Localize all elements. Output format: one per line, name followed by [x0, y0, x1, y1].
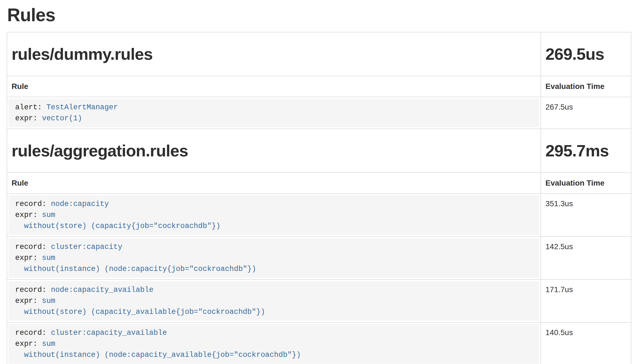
- rule-group-file-cell: rules/dummy.rules: [7, 32, 541, 76]
- rule-cell: alert: TestAlertManager expr: vector(1): [7, 97, 541, 129]
- rule-keyword: expr:: [15, 340, 37, 348]
- rule-group-file: rules/dummy.rules: [12, 45, 536, 64]
- rule-cell: record: node:capacity expr: sum without(…: [7, 194, 541, 237]
- rule-cell: record: node:capacity_available expr: su…: [7, 279, 541, 322]
- page-title: Rules: [7, 4, 631, 25]
- rule-row: record: cluster:capacity expr: sum witho…: [7, 237, 631, 279]
- rule-cell: record: cluster:capacity_available expr:…: [7, 322, 541, 364]
- rule-cell: record: cluster:capacity expr: sum witho…: [7, 237, 541, 279]
- column-header-evaluation-time: Evaluation Time: [541, 173, 631, 194]
- rule-keyword: record:: [15, 243, 46, 251]
- column-header-rule: Rule: [7, 76, 541, 97]
- column-header-row: Rule Evaluation Time: [7, 76, 631, 97]
- rule-expression-link[interactable]: without(store) (capacity_available{job="…: [15, 308, 265, 316]
- rule-expression-link[interactable]: node:capacity: [51, 200, 109, 208]
- rule-keyword: expr:: [15, 211, 37, 219]
- rules-table-body: rules/dummy.rules 269.5us Rule Evaluatio…: [7, 32, 631, 364]
- rule-expression-link[interactable]: node:capacity_available: [51, 286, 154, 294]
- rule-expression-link[interactable]: sum: [42, 211, 55, 219]
- rule-expression-link[interactable]: cluster:capacity_available: [51, 329, 167, 337]
- rule-expression-link[interactable]: without(instance) (node:capacity{job="co…: [15, 265, 256, 273]
- rule-text: record: cluster:capacity expr: sum witho…: [9, 238, 539, 278]
- rule-eval-time: 140.5us: [541, 322, 631, 364]
- rules-table: rules/dummy.rules 269.5us Rule Evaluatio…: [7, 32, 631, 364]
- rule-group-eval-time: 269.5us: [545, 45, 626, 64]
- rules-page: { "page": { "title": "Rules" }, "colors"…: [0, 0, 638, 364]
- rule-eval-time: 351.3us: [541, 194, 631, 237]
- rule-keyword: expr:: [15, 254, 37, 262]
- rule-row: record: node:capacity_available expr: su…: [7, 279, 631, 322]
- rule-eval-time: 142.5us: [541, 237, 631, 279]
- rule-keyword: record:: [15, 200, 46, 208]
- rule-expression-link[interactable]: sum: [42, 340, 55, 348]
- rule-keyword: expr:: [15, 114, 37, 123]
- rule-expression-link[interactable]: cluster:capacity: [51, 243, 122, 251]
- column-header-rule: Rule: [7, 173, 541, 194]
- rule-expression-link[interactable]: without(store) (capacity{job="cockroachd…: [15, 222, 220, 230]
- rule-group-file: rules/aggregation.rules: [12, 141, 536, 160]
- rule-keyword: alert:: [15, 103, 42, 112]
- rule-keyword: record:: [15, 286, 46, 294]
- rule-group-file-cell: rules/aggregation.rules: [7, 129, 541, 173]
- rule-keyword: expr:: [15, 297, 37, 305]
- rule-group-header-row: rules/dummy.rules 269.5us: [7, 32, 631, 76]
- rule-keyword: record:: [15, 329, 46, 337]
- rule-text: record: cluster:capacity_available expr:…: [9, 324, 539, 364]
- rule-text: alert: TestAlertManager expr: vector(1): [9, 99, 539, 127]
- column-header-evaluation-time: Evaluation Time: [541, 76, 631, 97]
- rule-expression-link[interactable]: without(instance) (node:capacity_availab…: [15, 351, 301, 359]
- rule-expression-link[interactable]: sum: [42, 254, 55, 262]
- rule-eval-time: 171.7us: [541, 279, 631, 322]
- rule-eval-time: 267.5us: [541, 97, 631, 129]
- rule-row: record: cluster:capacity_available expr:…: [7, 322, 631, 364]
- rule-text: record: node:capacity expr: sum without(…: [9, 195, 539, 235]
- rule-expression-link[interactable]: vector(1): [42, 114, 82, 123]
- rule-row: alert: TestAlertManager expr: vector(1) …: [7, 97, 631, 129]
- rule-row: record: node:capacity expr: sum without(…: [7, 194, 631, 237]
- rule-group-header-row: rules/aggregation.rules 295.7ms: [7, 129, 631, 173]
- column-header-row: Rule Evaluation Time: [7, 173, 631, 194]
- rule-group-eval-time-cell: 295.7ms: [541, 129, 631, 173]
- rule-text: record: node:capacity_available expr: su…: [9, 281, 539, 321]
- rule-expression-link[interactable]: TestAlertManager: [46, 103, 118, 112]
- rule-expression-link[interactable]: sum: [42, 297, 55, 305]
- rule-group-eval-time-cell: 269.5us: [541, 32, 631, 76]
- rule-group-eval-time: 295.7ms: [545, 141, 626, 160]
